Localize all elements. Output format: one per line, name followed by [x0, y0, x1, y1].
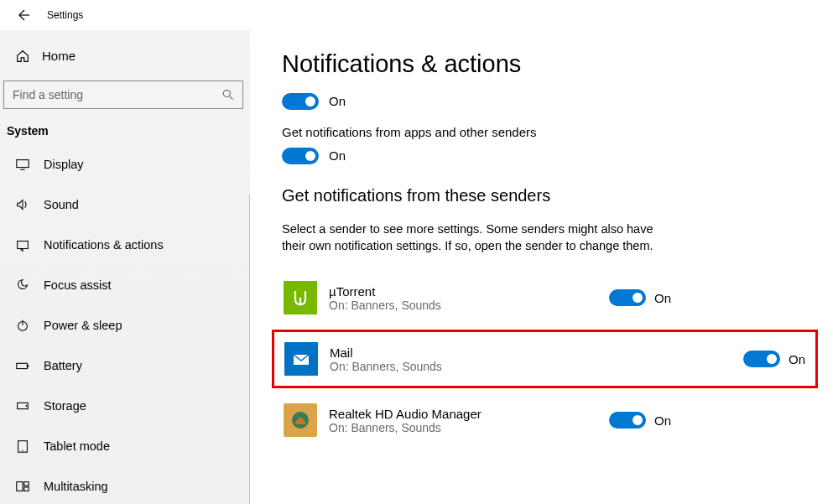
highlight-box: Mail On: Banners, Sounds On — [272, 330, 818, 388]
svg-rect-8 — [27, 365, 29, 367]
svg-rect-15 — [24, 487, 29, 491]
sidebar-item-multitasking[interactable]: Multitasking — [0, 466, 250, 504]
svg-rect-7 — [17, 363, 28, 368]
sound-icon — [13, 197, 32, 212]
senders-help: Select a sender to see more settings. So… — [282, 221, 676, 255]
sender-list: µTorrent On: Banners, Sounds On Mail On:… — [282, 273, 808, 445]
sidebar-item-label: Sound — [44, 198, 79, 211]
sender-name: Realtek HD Audio Manager — [329, 407, 609, 421]
sender-toggle-label: On — [654, 291, 671, 305]
sender-toggle-mail[interactable] — [743, 351, 780, 367]
display-icon — [13, 157, 32, 172]
tablet-icon — [13, 439, 32, 454]
notifications-icon — [13, 237, 32, 252]
window-title: Settings — [47, 9, 83, 21]
sender-row-utorrent[interactable]: µTorrent On: Banners, Sounds On — [282, 273, 676, 323]
senders-heading: Get notifications from these senders — [282, 186, 808, 205]
sidebar-item-sound[interactable]: Sound — [0, 184, 250, 225]
svg-point-12 — [22, 450, 23, 451]
apps-toggle[interactable] — [282, 148, 319, 164]
sidebar-item-display[interactable]: Display — [0, 144, 250, 184]
sender-name: Mail — [330, 346, 743, 360]
mail-icon — [284, 342, 318, 376]
home-nav[interactable]: Home — [0, 40, 250, 72]
sidebar-item-label: Battery — [44, 359, 82, 372]
sidebar-item-label: Storage — [44, 399, 86, 413]
svg-rect-14 — [24, 481, 29, 486]
master-toggle[interactable] — [282, 93, 319, 110]
sidebar-item-focus-assist[interactable]: Focus assist — [0, 265, 250, 305]
apps-toggle-label: On — [329, 148, 346, 163]
sender-subtext: On: Banners, Sounds — [329, 421, 609, 434]
sender-row-realtek[interactable]: Realtek HD Audio Manager On: Banners, So… — [282, 395, 676, 445]
svg-rect-2 — [17, 159, 29, 167]
battery-icon — [13, 358, 32, 373]
realtek-icon — [284, 403, 317, 437]
storage-icon — [13, 398, 32, 413]
utorrent-icon — [284, 281, 317, 314]
power-icon — [13, 318, 32, 333]
sidebar-nav: Display Sound Notifications & actions Fo… — [0, 144, 250, 504]
search-input[interactable] — [13, 88, 221, 101]
sender-toggle-label: On — [654, 413, 671, 428]
master-toggle-label: On — [329, 94, 346, 108]
sidebar-item-battery[interactable]: Battery — [0, 346, 250, 386]
svg-point-10 — [26, 405, 28, 407]
sidebar-item-label: Notifications & actions — [44, 238, 164, 252]
sidebar-item-storage[interactable]: Storage — [0, 386, 250, 426]
sender-toggle-realtek[interactable] — [609, 412, 646, 429]
apps-toggle-desc: Get notifications from apps and other se… — [282, 125, 808, 139]
sidebar-item-label: Power & sleep — [44, 319, 122, 332]
sidebar-item-power[interactable]: Power & sleep — [0, 305, 250, 346]
sender-toggle-label: On — [789, 352, 805, 366]
sidebar-item-notifications[interactable]: Notifications & actions — [0, 225, 250, 265]
search-icon — [221, 88, 236, 101]
title-bar: Settings — [0, 0, 833, 30]
sender-subtext: On: Banners, Sounds — [329, 299, 609, 312]
svg-line-1 — [230, 96, 233, 99]
svg-rect-4 — [18, 241, 29, 248]
sidebar-item-tablet[interactable]: Tablet mode — [0, 426, 250, 466]
home-label: Home — [42, 49, 75, 63]
sender-toggle-utorrent[interactable] — [609, 289, 646, 306]
sidebar-item-label: Multitasking — [44, 480, 108, 493]
main-panel: Notifications & actions On Get notificat… — [250, 30, 833, 504]
svg-rect-13 — [17, 481, 23, 491]
page-heading: Notifications & actions — [282, 50, 808, 78]
search-box[interactable] — [3, 81, 243, 109]
sidebar-divider — [249, 195, 250, 504]
sidebar: Home System Display Sound Notificat — [0, 30, 250, 504]
sidebar-item-label: Tablet mode — [44, 439, 110, 453]
sidebar-item-label: Focus assist — [44, 278, 112, 292]
home-icon — [13, 49, 32, 64]
multitasking-icon — [13, 479, 32, 494]
focus-assist-icon — [13, 278, 32, 293]
sender-subtext: On: Banners, Sounds — [330, 360, 743, 373]
svg-point-0 — [223, 90, 230, 96]
sender-name: µTorrent — [329, 284, 609, 299]
sidebar-group-label: System — [0, 124, 250, 144]
sidebar-item-label: Display — [44, 158, 84, 171]
sender-row-mail[interactable]: Mail On: Banners, Sounds On — [284, 342, 805, 376]
back-icon[interactable] — [15, 8, 30, 22]
